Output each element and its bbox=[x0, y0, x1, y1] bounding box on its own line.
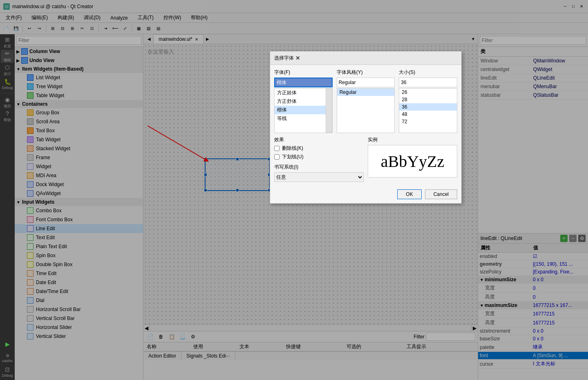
dialog-preview-label: 实例 bbox=[368, 136, 457, 143]
dialog-effects-col: 效果 删除线(K) 下划线(U) 书写系统(I) 任意 bbox=[274, 136, 364, 185]
dialog-font-list-item[interactable]: 方正娃体 bbox=[275, 89, 326, 97]
font-dialog: 选择字体 ✕ 字体(F) 方正娃体方正舒体楷体等线 字体风格(Y) Regula… bbox=[270, 51, 462, 204]
dialog-style-list-item[interactable]: Regular bbox=[337, 89, 395, 96]
dialog-writing-col: 书写系统(I) 任意 bbox=[274, 164, 364, 182]
dialog-size-list-item[interactable]: 28 bbox=[399, 96, 457, 103]
dialog-title-bar: 选择字体 ✕ bbox=[270, 51, 461, 65]
dialog-preview-box: aBbYyZz bbox=[368, 145, 457, 178]
dialog-style-list[interactable]: Regular bbox=[337, 88, 395, 133]
dialog-ok-button[interactable]: OK bbox=[397, 189, 421, 199]
dialog-preview-text: aBbYyZz bbox=[381, 152, 445, 171]
dialog-style-label: 字体风格(Y) bbox=[337, 69, 395, 76]
dialog-font-label: 字体(F) bbox=[274, 69, 333, 76]
dialog-cancel-button[interactable]: Cancel bbox=[425, 189, 457, 199]
dialog-font-list-item[interactable]: 方正舒体 bbox=[275, 97, 326, 106]
dialog-size-list-item[interactable]: 48 bbox=[399, 111, 457, 118]
dialog-font-input[interactable] bbox=[274, 78, 333, 87]
dialog-size-label: 大小(S) bbox=[399, 69, 457, 76]
dialog-font-list-item[interactable]: 等线 bbox=[275, 114, 326, 123]
dialog-size-list[interactable]: 2628364872 bbox=[399, 88, 457, 133]
dialog-underline-label: 下划线(U) bbox=[282, 153, 304, 160]
dialog-size-list-item[interactable]: 72 bbox=[399, 118, 457, 125]
dialog-size-col: 大小(S) 2628364872 bbox=[399, 69, 457, 133]
dialog-underline-checkbox[interactable]: 下划线(U) bbox=[274, 153, 364, 160]
dialog-strikeout-checkbox[interactable]: 删除线(K) bbox=[274, 145, 364, 152]
dialog-size-input[interactable] bbox=[399, 78, 457, 87]
dialog-strikeout-input[interactable] bbox=[274, 146, 279, 151]
dialog-effects-preview-row: 效果 删除线(K) 下划线(U) 书写系统(I) 任意 bbox=[274, 136, 457, 185]
dialog-underline-input[interactable] bbox=[274, 154, 279, 160]
dialog-font-list-item[interactable]: 楷体 bbox=[275, 106, 326, 114]
dialog-buttons: OK Cancel bbox=[274, 189, 457, 199]
dialog-inputs-row: 字体(F) 方正娃体方正舒体楷体等线 字体风格(Y) Regular 大小(S)… bbox=[274, 69, 457, 133]
dialog-strikeout-label: 删除线(K) bbox=[282, 145, 303, 152]
dialog-writing-label: 书写系统(I) bbox=[274, 164, 364, 171]
dialog-preview-col: 实例 aBbYyZz bbox=[368, 136, 457, 185]
dialog-font-scrollbar[interactable] bbox=[326, 89, 332, 133]
dialog-style-input[interactable] bbox=[337, 78, 395, 87]
dialog-close-button[interactable]: ✕ bbox=[294, 54, 302, 62]
dialog-title-text: 选择字体 bbox=[274, 55, 294, 62]
dialog-size-list-item[interactable]: 26 bbox=[399, 89, 457, 96]
dialog-size-list-item[interactable]: 36 bbox=[399, 103, 457, 111]
dialog-style-col: 字体风格(Y) Regular bbox=[337, 69, 395, 133]
dialog-font-col: 字体(F) 方正娃体方正舒体楷体等线 bbox=[274, 69, 333, 133]
dialog-font-list[interactable]: 方正娃体方正舒体楷体等线 bbox=[275, 89, 326, 133]
dialog-writing-select[interactable]: 任意 bbox=[274, 172, 364, 182]
dialog-overlay: 选择字体 ✕ 字体(F) 方正娃体方正舒体楷体等线 字体风格(Y) Regula… bbox=[0, 0, 588, 380]
dialog-font-list-container: 方正娃体方正舒体楷体等线 bbox=[274, 88, 333, 133]
dialog-body: 字体(F) 方正娃体方正舒体楷体等线 字体风格(Y) Regular 大小(S)… bbox=[270, 65, 461, 203]
dialog-effects-title: 效果 bbox=[274, 136, 364, 143]
